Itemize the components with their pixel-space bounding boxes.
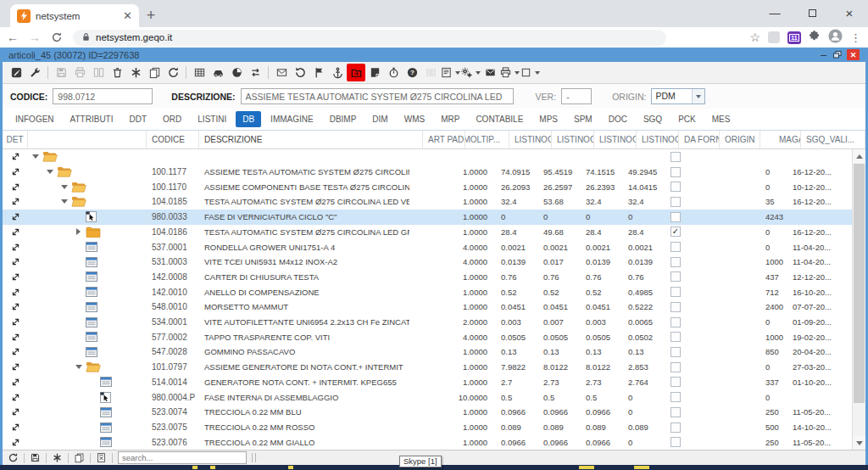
folder-share-icon[interactable]	[347, 64, 365, 81]
extension-gray-icon[interactable]	[768, 31, 780, 43]
table-row[interactable]: 100.1170ASSIEME COMPONENTI BASE TESTA Ø2…	[3, 179, 852, 194]
scroll-up-icon[interactable]	[853, 149, 865, 163]
table-row[interactable]: 142.0010ANELLO DI COMPENSAZIONE1.00000.5…	[3, 284, 852, 299]
table-row[interactable]: 531.0003VITE TCEI UNI5931 M4x12 INOX-A24…	[3, 255, 852, 270]
status-copy-icon[interactable]	[74, 452, 85, 463]
table-row[interactable]: 548.0010MORSETTO MAMMUT1.00000.04510.045…	[3, 299, 852, 315]
column-header-da-forn[interactable]: DA FORN...	[679, 131, 720, 148]
vertical-scrollbar[interactable]	[852, 149, 865, 450]
browser-menu-icon[interactable]: ⋮	[850, 31, 861, 44]
tree-collapse-icon[interactable]	[45, 170, 54, 174]
app-restore-button[interactable]	[833, 51, 842, 59]
tree-expand-icon[interactable]	[74, 228, 83, 235]
column-header-listinoc[interactable]: LISTINOC...	[509, 131, 552, 148]
window-minimize-button[interactable]: —	[756, 0, 793, 25]
detail-expand-icon[interactable]	[11, 227, 20, 237]
print-dropdown-icon[interactable]	[499, 64, 520, 81]
status-asterisk-icon[interactable]	[52, 452, 63, 463]
detail-expand-icon[interactable]	[11, 167, 20, 176]
table-row[interactable]: 142.0008CARTER DI CHIUSURA TESTA1.00000.…	[3, 270, 852, 285]
detail-expand-icon[interactable]	[11, 197, 20, 206]
help-icon[interactable]: ?	[403, 64, 421, 81]
edit-icon[interactable]	[7, 64, 25, 81]
detail-expand-icon[interactable]	[11, 407, 20, 417]
column-header-det[interactable]: DET	[3, 131, 28, 148]
swap-arrows-icon[interactable]	[246, 64, 264, 81]
detail-expand-icon[interactable]	[11, 422, 20, 432]
da-fornitore-checkbox[interactable]	[670, 407, 681, 417]
da-fornitore-checkbox[interactable]	[670, 377, 681, 387]
detail-expand-icon[interactable]	[11, 393, 20, 402]
tab-mes[interactable]: MES	[705, 111, 737, 127]
da-fornitore-checkbox[interactable]	[670, 152, 681, 162]
back-icon[interactable]: ←	[7, 31, 19, 43]
detail-expand-icon[interactable]	[11, 257, 20, 266]
detail-expand-icon[interactable]	[11, 272, 20, 282]
scroll-down-icon[interactable]	[853, 436, 865, 450]
save-icon[interactable]	[52, 64, 70, 81]
detail-expand-icon[interactable]	[11, 378, 20, 387]
bookmark-star-icon[interactable]: ☆	[749, 31, 760, 44]
status-save-icon[interactable]	[30, 452, 41, 463]
app-close-button[interactable]: ✕	[847, 49, 860, 60]
da-fornitore-checkbox[interactable]: ✓	[670, 227, 681, 237]
column-header-listinoc[interactable]: LISTINOC...	[594, 131, 637, 148]
tab-dbimp[interactable]: DBIMP	[323, 111, 364, 127]
table-row[interactable]: 577.0002TAPPO TRASPARENTE COP. VITI4.000…	[3, 329, 852, 344]
timer-icon[interactable]	[384, 64, 403, 81]
detail-expand-icon[interactable]	[11, 152, 20, 161]
da-fornitore-checkbox[interactable]	[670, 242, 681, 252]
search-input[interactable]	[118, 451, 247, 464]
tab-close-icon[interactable]: ✕	[123, 10, 132, 21]
da-fornitore-checkbox[interactable]	[670, 422, 681, 433]
column-header-listinoc[interactable]: LISTINOC...	[637, 131, 679, 148]
table-row[interactable]: 547.0028GOMMINO PASSACAVO1.00000.130.130…	[3, 344, 852, 360]
descrizione-input[interactable]	[241, 88, 514, 104]
anchor-icon[interactable]	[328, 64, 347, 81]
tab-mps[interactable]: MPS	[532, 111, 565, 127]
detail-expand-icon[interactable]	[11, 317, 20, 327]
table-row[interactable]: 101.0797ASSIEME GENERATORE DI NOTA CONT.…	[3, 360, 852, 375]
status-excel-export-icon[interactable]	[96, 452, 107, 463]
tab-doc[interactable]: DOC	[602, 111, 634, 127]
tab-db[interactable]: DB	[236, 111, 261, 127]
app-minimize-button[interactable]: –	[821, 52, 826, 59]
profile-avatar[interactable]	[828, 29, 843, 47]
da-fornitore-checkbox[interactable]	[670, 317, 681, 327]
asterisk-icon[interactable]	[126, 64, 145, 81]
detail-expand-icon[interactable]	[11, 347, 20, 356]
new-tab-button[interactable]: +	[139, 3, 163, 27]
da-fornitore-checkbox[interactable]	[670, 332, 681, 342]
square-dropdown-icon[interactable]	[520, 64, 540, 81]
table-row[interactable]: 100.1177ASSIEME TESTA AUTOMATIC SYSTEM Ø…	[3, 165, 852, 180]
table-row[interactable]	[3, 149, 852, 165]
column-header-sgq-vali[interactable]: SGQ_VALI...	[801, 131, 865, 148]
da-fornitore-checkbox[interactable]	[670, 302, 681, 312]
detail-expand-icon[interactable]	[11, 212, 20, 221]
tab-mrp[interactable]: MRP	[434, 111, 466, 127]
refresh-icon[interactable]	[164, 64, 182, 81]
da-fornitore-checkbox[interactable]	[670, 257, 681, 267]
da-fornitore-checkbox[interactable]	[670, 287, 681, 297]
da-fornitore-checkbox[interactable]	[670, 271, 681, 282]
table-row[interactable]: 537.0001RONDELLA GROWER UNI1751-A 44.000…	[3, 239, 852, 255]
history-icon[interactable]	[291, 64, 309, 81]
da-fornitore-checkbox[interactable]	[670, 437, 681, 447]
tab-listini[interactable]: LISTINI	[191, 111, 233, 127]
table-row[interactable]: 980.0004.PFASE INTERNA DI ASSEMBLAGGIO10…	[3, 389, 852, 405]
print-icon[interactable]	[70, 64, 89, 81]
tab-infogen[interactable]: INFOGEN	[8, 111, 61, 127]
da-fornitore-checkbox[interactable]	[670, 347, 681, 357]
copy-icon[interactable]	[145, 64, 164, 81]
tab-ord[interactable]: ORD	[156, 111, 188, 127]
table-row[interactable]: 523.0074TRECCIOLA 0.22 MM BLU1.00000.096…	[3, 405, 852, 420]
column-header-art-padre[interactable]: ART PADRE	[423, 131, 465, 148]
da-fornitore-checkbox[interactable]	[670, 197, 681, 207]
table-row[interactable]: 104.0185TESTA AUTOMATIC SYSTEM Ø275 CIRC…	[3, 194, 852, 210]
scrollbar-thumb[interactable]	[854, 164, 865, 403]
tab-attributi[interactable]: ATTRIBUTI	[64, 111, 120, 127]
detail-expand-icon[interactable]	[11, 438, 20, 447]
url-field[interactable]: netsystem.geqo.it	[73, 30, 666, 46]
tab-wms[interactable]: WMS	[398, 111, 431, 127]
detail-expand-icon[interactable]	[11, 243, 20, 252]
